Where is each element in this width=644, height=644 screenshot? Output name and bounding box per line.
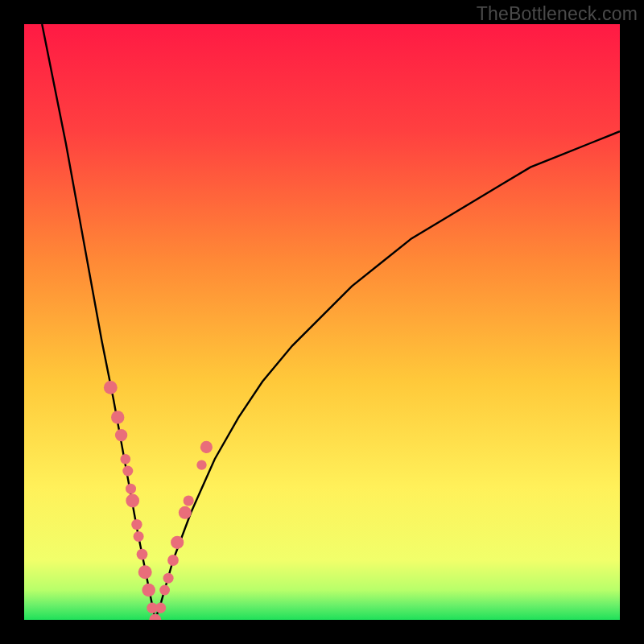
gradient-background [24,24,620,620]
sample-dot [122,466,133,477]
sample-dot [171,536,184,549]
sample-dot [196,460,206,469]
sample-dot [200,441,213,453]
sample-dot [126,484,136,494]
outer-frame: TheBottleneck.com [0,0,644,644]
sample-dot [163,573,174,584]
sample-dot [167,555,179,566]
sample-dot [155,603,166,613]
watermark-text: TheBottleneck.com [477,3,638,25]
sample-dot [115,429,127,441]
sample-dot [134,531,144,542]
sample-dot [179,506,192,519]
sample-dot [126,494,139,508]
sample-dot [138,565,152,579]
sample-dot [142,584,155,597]
sample-dot [131,519,142,530]
sample-dot [137,549,148,560]
plot-area [24,24,620,620]
sample-dot [121,454,131,464]
chart-svg [24,24,620,620]
sample-dot [104,381,118,394]
sample-dot [159,585,170,596]
sample-dot [111,411,124,423]
sample-dot [184,495,194,506]
